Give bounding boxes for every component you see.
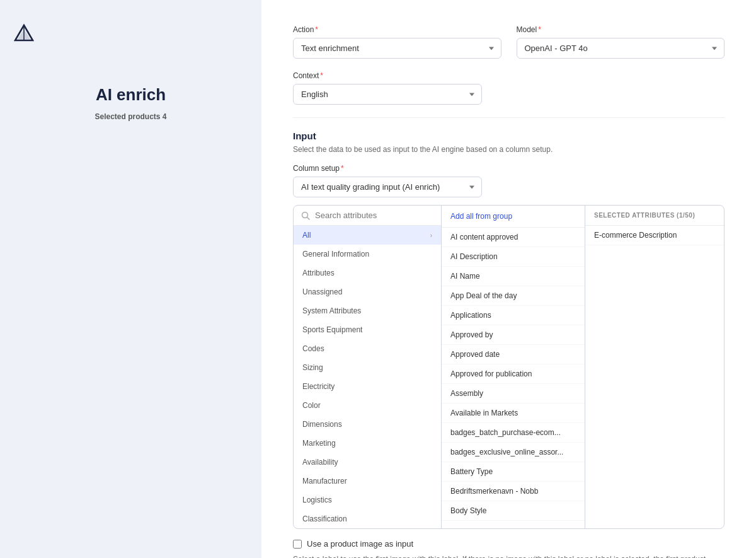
model-group: Model* OpenAI - GPT 4o OpenAI - GPT 4 Cl… — [517, 25, 725, 59]
selected-attributes-header: SELECTED ATTRIBUTES (1/50) — [585, 206, 724, 226]
product-image-checkbox-row: Use a product image as input — [293, 539, 724, 549]
context-label: Context* — [293, 71, 482, 80]
action-model-row: Action* Text enrichment Image enrichment… — [293, 25, 724, 59]
selected-attr-item[interactable]: E-commerce Description — [585, 226, 724, 245]
svg-line-4 — [307, 217, 310, 219]
context-select-wrapper[interactable]: English French German Spanish — [293, 84, 482, 105]
attr-item[interactable]: Available in Markets — [442, 404, 585, 423]
attr-item[interactable]: badges_exclusive_online_assor... — [442, 443, 585, 462]
attr-item[interactable]: Assembly — [442, 384, 585, 404]
action-label: Action* — [293, 25, 501, 34]
input-section-title: Input — [293, 117, 724, 141]
use-product-image-checkbox[interactable] — [293, 540, 302, 549]
attr-category-sports[interactable]: Sports Equipment — [294, 320, 441, 339]
logo — [13, 23, 35, 47]
search-icon — [301, 211, 310, 220]
attr-category-color[interactable]: Color — [294, 396, 441, 415]
attr-category-logistics[interactable]: Logistics — [294, 491, 441, 509]
attr-category-electricity[interactable]: Electricity — [294, 377, 441, 396]
model-select[interactable]: OpenAI - GPT 4o OpenAI - GPT 4 Claude 3 — [517, 38, 725, 59]
attr-item[interactable]: AI Name — [442, 267, 585, 286]
attr-item[interactable]: App Deal of the day — [442, 286, 585, 306]
attr-item[interactable]: Battery Type — [442, 462, 585, 482]
attr-category-manufacturer[interactable]: Manufacturer — [294, 472, 441, 491]
column-setup-group: Column setup* AI text quality grading in… — [293, 164, 724, 197]
context-group: Context* English French German Spanish — [293, 71, 482, 105]
column-setup-select-wrapper[interactable]: AI text quality grading input (AI enrich… — [293, 177, 482, 197]
attribute-picker: All › General Information Attributes Una… — [293, 205, 724, 529]
attr-category-unassigned[interactable]: Unassigned — [294, 282, 441, 301]
attr-category-system[interactable]: System Attributes — [294, 301, 441, 320]
model-label: Model* — [517, 25, 725, 34]
action-select[interactable]: Text enrichment Image enrichment Data en… — [293, 38, 501, 59]
action-select-wrapper[interactable]: Text enrichment Image enrichment Data en… — [293, 38, 501, 59]
attr-item[interactable]: AI content approved — [442, 228, 585, 247]
attr-category-general[interactable]: General Information — [294, 245, 441, 264]
context-select[interactable]: English French German Spanish — [293, 84, 482, 105]
attr-category-availability[interactable]: Availability — [294, 453, 441, 472]
footer-note: Select a label to use the first image wi… — [293, 555, 724, 558]
attr-category-dimensions[interactable]: Dimensions — [294, 415, 441, 434]
attr-item[interactable]: Approved date — [442, 345, 585, 364]
add-all-from-group-button[interactable]: Add all from group — [442, 206, 585, 228]
sidebar: AI enrich Selected products 4 — [0, 0, 261, 558]
model-select-wrapper[interactable]: OpenAI - GPT 4o OpenAI - GPT 4 Claude 3 — [517, 38, 725, 59]
attr-category-codes[interactable]: Codes — [294, 339, 441, 358]
attr-categories: All › General Information Attributes Una… — [294, 206, 442, 528]
column-setup-label: Column setup* — [293, 164, 724, 173]
attr-item[interactable]: Approved for publication — [442, 364, 585, 384]
page-title: AI enrich — [94, 85, 166, 105]
input-section-desc: Select the data to be used as input to t… — [293, 145, 724, 154]
attr-search-input[interactable] — [315, 211, 433, 220]
attr-category-all[interactable]: All › — [294, 226, 441, 245]
attr-item[interactable]: badges_batch_purchase-ecom... — [442, 423, 585, 443]
attr-item[interactable]: Body Style — [442, 501, 585, 521]
attr-category-list: All › General Information Attributes Una… — [294, 226, 441, 528]
attr-category-sizing[interactable]: Sizing — [294, 358, 441, 377]
use-product-image-label[interactable]: Use a product image as input — [307, 539, 413, 549]
selected-attributes-panel: SELECTED ATTRIBUTES (1/50) E-commerce De… — [585, 206, 724, 528]
action-group: Action* Text enrichment Image enrichment… — [293, 25, 501, 59]
attr-item[interactable]: Bedriftsmerkenavn - Nobb — [442, 482, 585, 501]
attr-item[interactable]: AI Description — [442, 247, 585, 267]
attr-category-classification[interactable]: Classification — [294, 509, 441, 528]
attr-items-list: Add all from group AI content approved A… — [442, 206, 585, 528]
attr-category-marketing[interactable]: Marketing — [294, 434, 441, 453]
attr-item[interactable]: Applications — [442, 306, 585, 325]
column-setup-select[interactable]: AI text quality grading input (AI enrich… — [293, 177, 482, 197]
attr-search-box — [294, 206, 441, 226]
main-content: Action* Text enrichment Image enrichment… — [261, 0, 756, 558]
chevron-right-icon: › — [430, 232, 432, 239]
attr-item[interactable]: Approved by — [442, 325, 585, 345]
attr-category-attributes[interactable]: Attributes — [294, 264, 441, 282]
selected-count: Selected products 4 — [94, 112, 166, 121]
